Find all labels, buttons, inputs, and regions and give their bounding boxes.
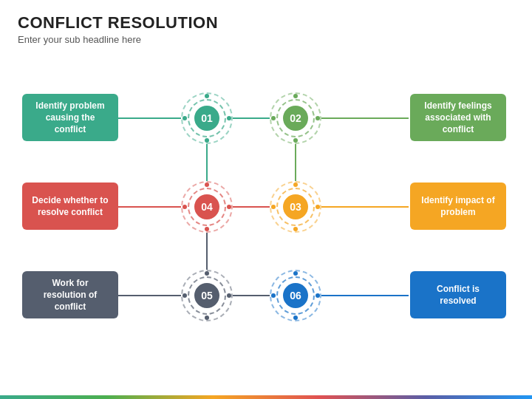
header: CONFLICT RESOLUTION Enter your sub headl… — [0, 0, 532, 48]
label-conflict-resolved: Conflict is resolved — [410, 271, 506, 318]
node-02: 02 — [270, 89, 321, 148]
diagram: Identify problem causing the conflict Id… — [0, 59, 532, 384]
node-06: 06 — [270, 266, 321, 325]
node-04-label: 04 — [194, 194, 219, 219]
node-04: 04 — [181, 177, 233, 236]
node-03-label: 03 — [283, 194, 308, 219]
node-01: 01 — [181, 89, 233, 148]
node-01-label: 01 — [194, 106, 219, 131]
node-02-label: 02 — [283, 106, 308, 131]
main-title: CONFLICT RESOLUTION — [18, 13, 514, 33]
node-06-label: 06 — [283, 283, 308, 308]
node-05-label: 05 — [194, 283, 219, 308]
label-identify-problem: Identify problem causing the conflict — [22, 94, 118, 141]
label-identify-feelings: Identify feelings associated with confli… — [410, 94, 506, 141]
label-work-resolution: Work for resolution of conflict — [22, 271, 118, 318]
sub-title: Enter your sub headline here — [18, 34, 514, 45]
node-03: 03 — [270, 177, 321, 236]
label-decide-resolve: Decide whether to resolve conflict — [22, 183, 118, 230]
node-05: 05 — [181, 266, 233, 325]
bottom-bar — [0, 395, 532, 399]
label-identify-impact: Identify impact of problem — [410, 183, 506, 230]
